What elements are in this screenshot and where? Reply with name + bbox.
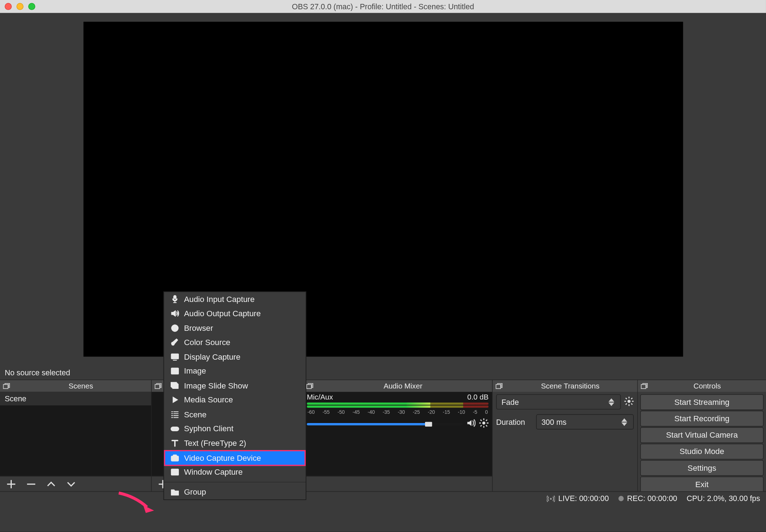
mixer-channel-name: Mic/Aux: [307, 393, 333, 401]
globe-icon: [170, 323, 179, 333]
speaker-icon: [170, 309, 179, 318]
transition-selected-value: Fade: [501, 397, 519, 406]
menu-item-label: Media Source: [184, 396, 233, 405]
studio-mode-button[interactable]: Studio Mode: [640, 444, 764, 460]
popout-icon[interactable]: [640, 382, 648, 390]
controls-panel: Controls Start StreamingStart RecordingS…: [638, 380, 766, 491]
source-menu-item-audio-output-capture[interactable]: Audio Output Capture: [164, 306, 306, 320]
svg-point-2: [627, 400, 631, 403]
audio-mixer-panel: Audio Mixer Mic/Aux 0.0 dB -60-55-50-45-…: [303, 380, 492, 491]
menu-item-label: Syphon Client: [184, 424, 233, 433]
menu-item-label: Window Capture: [184, 468, 243, 477]
start-virtual-camera-button[interactable]: Start Virtual Camera: [640, 427, 764, 443]
brush-icon: [170, 338, 179, 347]
scenes-toolbar: [0, 476, 151, 491]
volume-slider[interactable]: [307, 423, 462, 425]
audio-meter: [307, 406, 488, 408]
source-menu-item-media-source[interactable]: Media Source: [164, 393, 306, 407]
minimize-window-button[interactable]: [16, 3, 24, 10]
svg-rect-17: [171, 469, 178, 475]
meter-tick: -5: [473, 409, 477, 415]
list-icon: [170, 410, 179, 419]
scene-item[interactable]: Scene: [0, 392, 151, 406]
titlebar: OBS 27.0.0 (mac) - Profile: Untitled - S…: [0, 0, 766, 13]
meter-tick: -15: [443, 409, 450, 415]
source-menu-item-display-capture[interactable]: Display Capture: [164, 350, 306, 364]
source-menu-item-image[interactable]: Image: [164, 364, 306, 378]
preview-area: [0, 13, 766, 365]
image-icon: [170, 366, 179, 376]
gear-icon[interactable]: [479, 418, 488, 429]
scenes-panel: Scenes Scene: [0, 380, 152, 491]
audio-meter: [307, 402, 488, 405]
window-title: OBS 27.0.0 (mac) - Profile: Untitled - S…: [0, 2, 766, 11]
menu-separator: [164, 482, 306, 483]
transition-select[interactable]: Fade: [496, 394, 621, 410]
duration-value: 300 ms: [542, 417, 566, 426]
meter-tick: 0: [485, 409, 488, 415]
meter-tick: -30: [398, 409, 405, 415]
popout-icon[interactable]: [2, 382, 11, 390]
menu-item-label: Text (FreeType 2): [184, 439, 246, 448]
controls-title: Controls: [648, 382, 766, 390]
add-scene-button[interactable]: [6, 479, 17, 489]
menu-item-label: Browser: [184, 324, 213, 333]
meter-tick: -50: [337, 409, 345, 415]
meter-tick: -10: [458, 409, 465, 415]
popout-icon[interactable]: [154, 382, 162, 390]
meter-tick: -60: [307, 409, 315, 415]
start-recording-button[interactable]: Start Recording: [640, 411, 764, 427]
source-menu-item-audio-input-capture[interactable]: Audio Input Capture: [164, 292, 306, 306]
close-window-button[interactable]: [5, 3, 12, 10]
source-menu-item-group[interactable]: Group: [164, 485, 306, 499]
add-source-menu[interactable]: Audio Input CaptureAudio Output CaptureB…: [164, 291, 306, 500]
camera-icon: [170, 453, 179, 462]
scene-transitions-panel: Scene Transitions Fade Duration: [493, 380, 638, 491]
menu-item-label: Image Slide Show: [184, 381, 248, 390]
stepper-icon[interactable]: [620, 418, 628, 426]
menu-item-label: Group: [184, 487, 206, 496]
move-scene-down-button[interactable]: [66, 479, 77, 489]
source-menu-item-text-freetype-2-[interactable]: Text (FreeType 2): [164, 436, 306, 450]
speaker-icon[interactable]: [466, 418, 475, 429]
duration-label: Duration: [496, 417, 533, 426]
transition-settings-button[interactable]: [624, 396, 633, 407]
duration-input[interactable]: 300 ms: [536, 414, 634, 429]
start-streaming-button[interactable]: Start Streaming: [640, 394, 764, 410]
bottom-status-bar: LIVE: 00:00:00 REC: 00:00:00 CPU: 2.0%, …: [0, 491, 766, 505]
exit-button[interactable]: Exit: [640, 476, 764, 491]
source-menu-item-browser[interactable]: Browser: [164, 321, 306, 335]
meter-tick: -45: [353, 409, 360, 415]
popout-icon[interactable]: [306, 382, 314, 390]
svg-point-7: [172, 369, 174, 371]
gamepad-icon: [170, 424, 179, 433]
zoom-window-button[interactable]: [28, 3, 35, 10]
popout-icon[interactable]: [495, 382, 503, 390]
source-menu-item-color-source[interactable]: Color Source: [164, 335, 306, 349]
menu-item-label: Color Source: [184, 338, 230, 347]
svg-point-13: [176, 429, 177, 430]
mic-icon: [170, 294, 179, 304]
source-status-line: No source selected: [0, 365, 766, 380]
cpu-status: CPU: 2.0%, 30.00 fps: [687, 494, 760, 503]
menu-item-label: Audio Input Capture: [184, 295, 254, 304]
source-menu-item-window-capture[interactable]: Window Capture: [164, 465, 306, 479]
source-menu-item-scene[interactable]: Scene: [164, 407, 306, 421]
chevron-updown-icon: [607, 398, 615, 406]
text-icon: [170, 438, 179, 448]
svg-rect-10: [171, 382, 176, 387]
menu-item-label: Audio Output Capture: [184, 309, 260, 318]
move-scene-up-button[interactable]: [46, 479, 57, 489]
source-menu-item-syphon-client[interactable]: Syphon Client: [164, 422, 306, 436]
source-menu-item-image-slide-show[interactable]: Image Slide Show: [164, 379, 306, 393]
broadcast-icon: [547, 494, 555, 502]
mixer-channel-level: 0.0 dB: [467, 393, 489, 401]
remove-scene-button[interactable]: [26, 479, 37, 489]
scenes-list[interactable]: Scene: [0, 392, 151, 476]
settings-button[interactable]: Settings: [640, 460, 764, 476]
svg-point-12: [176, 428, 177, 429]
meter-tick: -35: [383, 409, 390, 415]
scenes-title: Scenes: [11, 382, 151, 390]
source-menu-item-video-capture-device[interactable]: Video Capture Device: [164, 450, 306, 466]
svg-rect-16: [173, 455, 176, 456]
